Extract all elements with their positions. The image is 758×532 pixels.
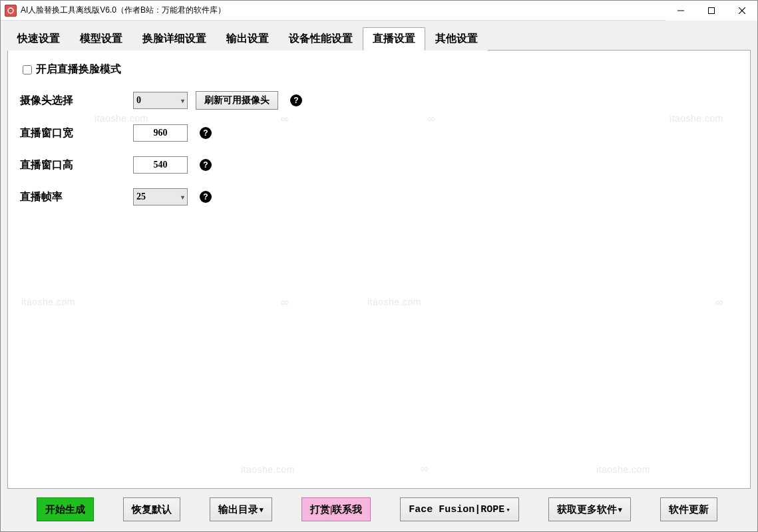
help-icon[interactable]: ? — [200, 191, 212, 203]
fps-label: 直播帧率 — [20, 190, 133, 204]
app-icon — [5, 5, 17, 17]
chevron-down-icon: ▾ — [181, 97, 184, 104]
chevron-down-icon: ▾ — [181, 194, 184, 201]
tab-output-settings[interactable]: 输出设置 — [216, 27, 279, 51]
tab-bar: 快速设置 模型设置 换脸详细设置 输出设置 设备性能设置 直播设置 其他设置 — [7, 27, 751, 51]
tab-quick-settings[interactable]: 快速设置 — [7, 27, 70, 51]
watermark: itaoshe.com — [21, 297, 75, 307]
watermark: itaoshe.com — [241, 464, 295, 475]
watermark: ∞ — [421, 463, 429, 475]
watermark: ∞ — [427, 113, 435, 125]
svg-point-0 — [8, 8, 13, 13]
watermark: ∞ — [281, 297, 289, 309]
tab-panel-live: itaoshe.com ∞ ∞ itaoshe.com itaoshe.com … — [7, 50, 751, 489]
width-input[interactable] — [133, 124, 188, 142]
fps-select[interactable]: 25 ▾ — [133, 188, 188, 205]
restore-defaults-button[interactable]: 恢复默认 — [123, 497, 180, 521]
output-dir-button[interactable]: 输出目录▾ — [210, 497, 272, 521]
chevron-down-icon: ▾ — [260, 505, 264, 514]
height-label: 直播窗口高 — [20, 158, 133, 172]
camera-row: 摄像头选择 0 ▾ 刷新可用摄像头 ? — [20, 91, 738, 110]
maximize-button[interactable] — [696, 1, 727, 21]
help-icon[interactable]: ? — [200, 159, 212, 171]
help-icon[interactable]: ? — [200, 127, 212, 139]
face-fusion-rope-button[interactable]: Face Fusion|ROPE▾ — [400, 497, 519, 521]
watermark: itaoshe.com — [596, 464, 650, 475]
tab-device-perf[interactable]: 设备性能设置 — [279, 27, 363, 51]
watermark: itaoshe.com — [367, 297, 421, 307]
app-window: AI人脸替换工具离线版V6.0（作者B站：万能君的软件库） 快速设置 模型设置 … — [0, 0, 758, 532]
get-more-software-button[interactable]: 获取更多软件▾ — [548, 497, 631, 521]
width-row: 直播窗口宽 ? — [20, 124, 738, 142]
height-row: 直播窗口高 ? — [20, 156, 738, 174]
watermark: ∞ — [281, 113, 289, 125]
enable-live-label: 开启直播换脸模式 — [36, 63, 121, 76]
camera-select-value: 0 — [136, 95, 141, 106]
donate-contact-button[interactable]: 打赏|联系我 — [301, 497, 371, 521]
fps-row: 直播帧率 25 ▾ ? — [20, 188, 738, 205]
chevron-down-icon: ▾ — [618, 505, 622, 514]
watermark: itaoshe.com — [669, 113, 723, 124]
enable-live-checkbox[interactable] — [23, 65, 32, 74]
tab-other-settings[interactable]: 其他设置 — [425, 27, 488, 51]
body-area: 快速设置 模型设置 换脸详细设置 输出设置 设备性能设置 直播设置 其他设置 i… — [1, 21, 757, 495]
enable-live-row: 开启直播换脸模式 — [20, 63, 738, 76]
watermark: ∞ — [715, 297, 723, 309]
titlebar: AI人脸替换工具离线版V6.0（作者B站：万能君的软件库） — [1, 1, 757, 21]
help-icon[interactable]: ? — [290, 94, 302, 106]
window-title: AI人脸替换工具离线版V6.0（作者B站：万能君的软件库） — [21, 5, 226, 16]
close-button[interactable] — [727, 1, 757, 21]
tab-model-settings[interactable]: 模型设置 — [70, 27, 132, 51]
camera-label: 摄像头选择 — [20, 94, 133, 108]
svg-rect-2 — [709, 7, 715, 13]
fps-select-value: 25 — [136, 192, 146, 202]
bottom-bar: 开始生成 恢复默认 输出目录▾ 打赏|联系我 Face Fusion|ROPE▾… — [1, 495, 757, 531]
refresh-camera-button[interactable]: 刷新可用摄像头 — [196, 91, 278, 110]
window-controls — [665, 1, 757, 21]
chevron-down-icon: ▾ — [506, 505, 510, 514]
tab-live-settings[interactable]: 直播设置 — [363, 27, 425, 51]
software-update-button[interactable]: 软件更新 — [660, 497, 717, 521]
tab-face-swap-detail[interactable]: 换脸详细设置 — [132, 27, 216, 51]
height-input[interactable] — [133, 156, 188, 174]
minimize-button[interactable] — [665, 1, 696, 21]
watermark: itaoshe.com — [95, 113, 148, 124]
width-label: 直播窗口宽 — [20, 126, 133, 140]
camera-select[interactable]: 0 ▾ — [133, 92, 188, 109]
start-button[interactable]: 开始生成 — [37, 497, 94, 521]
